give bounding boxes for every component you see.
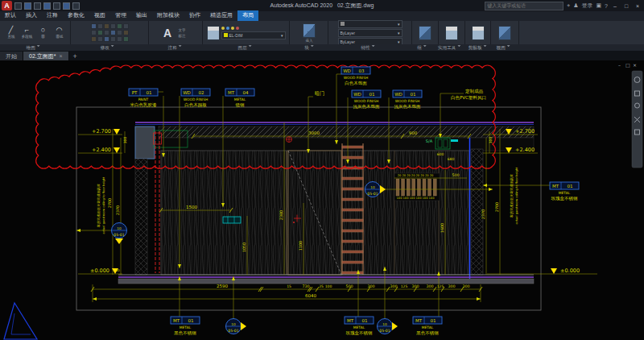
callout-pt01: 01 xyxy=(147,90,152,95)
tab-output[interactable]: 输出 xyxy=(131,10,152,21)
layer-dropdown[interactable]: EL-DIM ▾ xyxy=(221,31,286,39)
autocad-logo-icon[interactable]: A xyxy=(2,1,12,10)
line-tool[interactable]: ╱直线 xyxy=(4,27,19,39)
callout-mt04: METAL xyxy=(234,97,246,102)
callout-wd01a: WD xyxy=(353,92,361,97)
model-space-canvas[interactable]: +2.700 +2.400 ±0.000 +2.700 +2.400 ±0.00… xyxy=(0,60,644,340)
tab-featured-apps[interactable]: 精选应用 xyxy=(205,10,237,21)
new-tab-icon[interactable]: + xyxy=(69,52,81,60)
minimize-button[interactable]: – xyxy=(611,3,619,9)
saveas-icon[interactable] xyxy=(43,2,51,10)
chain-dim: 500 xyxy=(345,284,353,288)
chevron-down-icon: ▾ xyxy=(398,22,400,27)
measure-icon[interactable] xyxy=(445,26,458,40)
arc-tool[interactable]: ◠圆弧 xyxy=(52,27,67,39)
callout-mt04: 镜钢 xyxy=(235,102,245,108)
open-file-icon[interactable] xyxy=(24,2,31,10)
callout-wd01b: WD xyxy=(394,92,402,97)
callout-mt01-bottom-right: 01 xyxy=(431,318,436,323)
panel-clipboard xyxy=(465,21,491,44)
color-swatch xyxy=(341,22,345,26)
polyline-tool[interactable]: ⌐多段线 xyxy=(20,27,35,39)
signin-link[interactable]: 登录 xyxy=(581,2,592,10)
material-callout: WD02WOOD FINISH白色木踢板 xyxy=(181,89,210,108)
layer-state-icons[interactable] xyxy=(221,27,286,30)
callout-pt01: PAINT xyxy=(138,97,149,102)
triangle-symbol xyxy=(4,303,37,339)
layer-properties-icon[interactable] xyxy=(207,26,220,40)
callout-wd02: 白色木踢板 xyxy=(184,102,207,108)
chain-dim: 25 xyxy=(319,284,324,288)
modify-tools[interactable] xyxy=(91,23,129,42)
callout-wd03: 白色木饰面 xyxy=(345,81,367,86)
file-tab-start[interactable]: 开始 xyxy=(0,52,23,60)
cart-icon[interactable]: ▣ xyxy=(596,2,601,9)
material-callout: WD01WOOD FINISH浅灰色木饰面 xyxy=(393,90,422,110)
svg-text:05-01: 05-01 xyxy=(228,329,238,333)
dim-3000: 3000 xyxy=(308,131,320,135)
user-icon[interactable]: ♟ xyxy=(573,2,578,9)
circle-icon: ○ xyxy=(41,27,45,34)
svg-text:05-01: 05-01 xyxy=(114,233,124,237)
undo-icon[interactable] xyxy=(63,2,70,10)
linetype-dropdown[interactable]: ByLayer▾ xyxy=(338,29,402,37)
plot-icon[interactable] xyxy=(53,2,60,10)
circle-tool[interactable]: ○圆 xyxy=(36,27,51,39)
text-tool-icon[interactable]: A xyxy=(162,27,173,39)
dim-1100: 1100 xyxy=(299,241,303,251)
save-icon[interactable] xyxy=(34,2,41,10)
tab-collaborate[interactable]: 协作 xyxy=(184,10,205,21)
maximize-button[interactable]: □ xyxy=(622,3,630,9)
tab-addins[interactable]: 附加模块 xyxy=(152,10,184,21)
insert-block-icon xyxy=(303,23,316,38)
svg-text:05-01: 05-01 xyxy=(367,192,378,196)
level-right-zero: ±0.000 xyxy=(560,267,580,274)
paste-icon[interactable] xyxy=(472,26,485,40)
drawing-window-controls[interactable]: –□× xyxy=(618,62,637,68)
new-file-icon[interactable] xyxy=(14,2,22,10)
panel-modify xyxy=(71,21,149,44)
tab-parametric[interactable]: 参数化 xyxy=(63,10,89,21)
callout-pt01: PT xyxy=(132,90,138,95)
close-button[interactable]: × xyxy=(634,3,642,9)
redo-icon[interactable] xyxy=(72,2,80,10)
callout-mt01-bottom-mid: 01 xyxy=(362,318,368,323)
file-tab-bar: 开始 02.立面图* × + xyxy=(0,51,644,60)
navigation-bar[interactable] xyxy=(632,71,642,168)
app-title: Autodesk AutoCAD 2020 xyxy=(270,2,332,8)
dim-1050: 1050 xyxy=(242,243,246,252)
object-color-dropdown[interactable]: ▾ xyxy=(338,20,402,28)
close-tab-icon[interactable]: × xyxy=(59,53,62,59)
base-view-icon[interactable] xyxy=(498,26,511,40)
insert-block-tool[interactable]: 插入 xyxy=(302,23,316,43)
panel-draw: ╱直线 ⌐多段线 ○圆 ◠圆弧 xyxy=(0,21,71,44)
search-icon[interactable]: ⌖ xyxy=(567,2,570,9)
help-icon[interactable]: ? xyxy=(605,3,608,9)
side-note-en-right: actual guestroom ceiling to floor height xyxy=(515,167,518,225)
sprinkler-symbol xyxy=(287,137,292,143)
panel-view xyxy=(491,21,519,44)
elevation-geometry xyxy=(4,122,534,339)
search-input[interactable] xyxy=(485,2,564,10)
callout-wd02: 02 xyxy=(199,90,204,95)
tab-manage[interactable]: 管理 xyxy=(110,10,131,21)
tab-layout-active[interactable]: 布局 xyxy=(237,10,258,21)
dim-2380: 2380 xyxy=(279,210,283,220)
chain-dim: 100 xyxy=(325,284,332,288)
text-tool[interactable]: 文字 xyxy=(175,27,189,32)
ribbon-panel-labels: 绘图 修改 注释 图层 块 特性 组 实用工具 剪贴板 视图 xyxy=(0,44,644,51)
panel-properties: ▾ ByLayer▾ ByLayer▾ xyxy=(328,21,412,44)
callout-mt04: MT xyxy=(228,90,235,95)
group-icon[interactable] xyxy=(419,26,431,40)
tab-view[interactable]: 视图 xyxy=(89,10,110,21)
tab-annotate[interactable]: 注释 xyxy=(42,10,63,21)
ribbon-tab-bar: 默认 插入 注释 参数化 视图 管理 输出 附加模块 协作 精选应用 布局 xyxy=(0,11,644,21)
dim-2370-right: 2370 xyxy=(481,209,485,219)
tab-default[interactable]: 默认 xyxy=(0,10,21,21)
dim-50: 50 xyxy=(115,268,120,272)
callout-wd02: WD xyxy=(183,90,191,95)
side-note-cn-right: 客房完成面至天花完成面高度 xyxy=(510,174,514,218)
file-tab-doc[interactable]: 02.立面图* × xyxy=(23,52,69,60)
dimension-tool[interactable]: 标注 xyxy=(175,33,189,38)
tab-insert[interactable]: 插入 xyxy=(21,10,42,21)
